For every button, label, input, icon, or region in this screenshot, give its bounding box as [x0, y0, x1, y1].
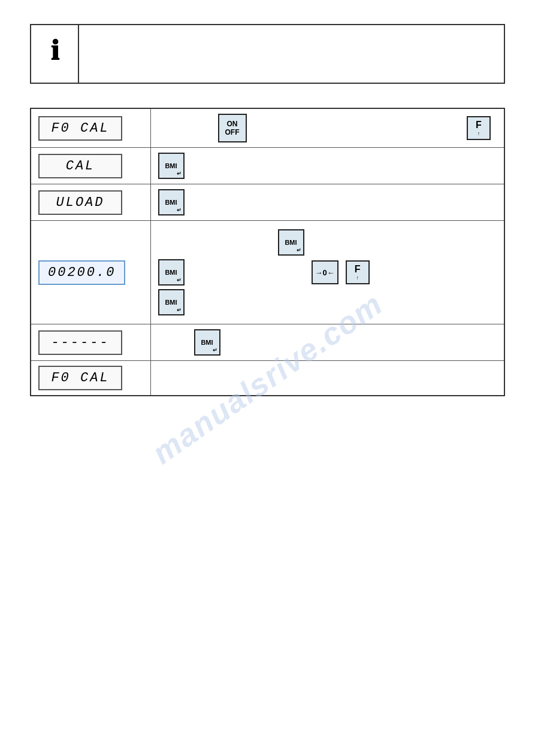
bmi-label-4: BMI	[165, 269, 177, 276]
bmi-button-3[interactable]: BMI ↵	[278, 229, 304, 256]
bmi-button-2[interactable]: BMI ↵	[158, 189, 185, 215]
bmi-button-6[interactable]: BMI ↵	[194, 329, 220, 356]
off-label: OFF	[225, 128, 240, 136]
info-icon-cell: 𝐢	[31, 25, 79, 83]
zero-label: →0←	[315, 268, 335, 277]
enter-icon-6: ↵	[213, 347, 217, 353]
table-row: 00200.0 BMI ↵	[31, 221, 504, 324]
enter-icon-1: ↵	[177, 171, 182, 177]
on-off-button[interactable]: ON OFF	[218, 114, 247, 142]
lcd-display-6: F0 CAL	[38, 366, 122, 390]
bmi-label-3: BMI	[285, 239, 297, 246]
enter-icon-3: ↵	[297, 247, 301, 253]
actions-cell-1: ON OFF F ↑	[150, 108, 504, 148]
actions-cell-5: BMI ↵	[150, 324, 504, 361]
f-button-1[interactable]: F ↑	[467, 116, 491, 140]
actions-cell-3: BMI ↵	[150, 184, 504, 221]
info-content	[79, 25, 504, 83]
button-group-1: ON OFF F ↑	[158, 114, 497, 142]
zero-button[interactable]: →0←	[312, 260, 338, 284]
display-cell-6: F0 CAL	[31, 361, 150, 396]
actions-cell-4: BMI ↵ BMI ↵	[150, 221, 504, 324]
table-row: ULOAD BMI ↵	[31, 184, 504, 221]
arrow-up-icon-1: ↑	[477, 130, 480, 136]
bmi-button-5[interactable]: BMI ↵	[158, 289, 185, 315]
display-cell-2: CAL	[31, 148, 150, 184]
lcd-display-4: 00200.0	[38, 260, 125, 285]
bmi-label-1: BMI	[165, 162, 177, 169]
lcd-display-5: ------	[38, 330, 122, 355]
button-group-3: BMI ↵	[158, 189, 497, 215]
button-group-2: BMI ↵	[158, 153, 497, 179]
display-cell-1: F0 CAL	[31, 108, 150, 148]
on-label: ON	[227, 120, 238, 128]
bmi-label-6: BMI	[201, 339, 213, 346]
table-row: F0 CAL ON OFF F ↑	[31, 108, 504, 148]
arrow-up-icon-2: ↑	[356, 275, 359, 281]
bmi-label-5: BMI	[165, 299, 177, 306]
f-button-2[interactable]: F ↑	[346, 260, 370, 284]
f-label-1: F	[476, 120, 482, 130]
display-cell-3: ULOAD	[31, 184, 150, 221]
f-label-2: F	[355, 264, 361, 275]
steps-table: F0 CAL ON OFF F ↑	[30, 108, 505, 396]
bmi-button-1[interactable]: BMI ↵	[158, 153, 185, 179]
bmi-label-2: BMI	[165, 199, 177, 206]
enter-icon-2: ↵	[177, 207, 182, 213]
bmi-button-4[interactable]: BMI ↵	[158, 259, 185, 286]
display-cell-5: ------	[31, 324, 150, 361]
lcd-display-1: F0 CAL	[38, 116, 122, 141]
actions-cell-6	[150, 361, 504, 396]
lcd-display-3: ULOAD	[38, 190, 122, 215]
table-row: CAL BMI ↵	[31, 148, 504, 184]
enter-icon-4: ↵	[177, 277, 182, 283]
table-row: F0 CAL	[31, 361, 504, 396]
lcd-display-2: CAL	[38, 154, 122, 178]
info-icon: 𝐢	[51, 36, 59, 65]
table-row: ------ BMI ↵	[31, 324, 504, 361]
button-group-5: BMI ↵	[158, 329, 497, 356]
enter-icon-5: ↵	[177, 307, 182, 313]
display-cell-4: 00200.0	[31, 221, 150, 324]
info-box: 𝐢	[30, 24, 505, 84]
actions-cell-2: BMI ↵	[150, 148, 504, 184]
